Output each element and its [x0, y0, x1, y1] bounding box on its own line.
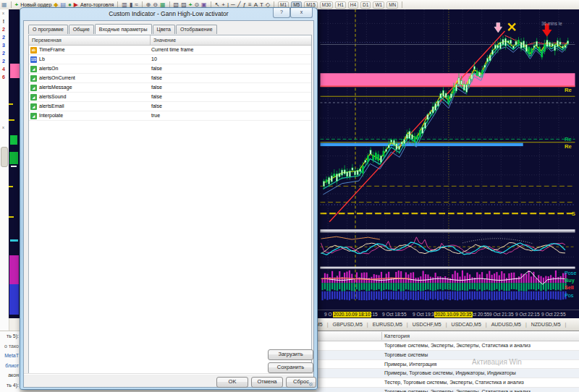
timeframe-button-w1[interactable]: W1 — [373, 1, 384, 9]
candle-body — [362, 166, 363, 173]
price-chart[interactable]: 36 mins leReReReSPoseBuySellPos — [316, 9, 579, 310]
resistance-band — [321, 73, 575, 86]
chart-area[interactable]: 36 mins leReReReSPoseBuySellPos — [316, 9, 579, 310]
hist-bar-green — [427, 283, 428, 289]
param-row[interactable]: ◢alertsOnfalse — [29, 64, 311, 74]
category-row[interactable]: Торговые системы — [316, 351, 579, 360]
hist-bar-green — [402, 283, 404, 291]
column-variable[interactable]: Переменная — [29, 35, 151, 45]
candle-body — [567, 41, 569, 44]
chart-tab-audusd[interactable]: AUDUSD,M5 — [490, 322, 523, 327]
terminal-text-fragments: ть 5):о такоMetaTблиотаконть 4): — [0, 331, 20, 392]
hist-bar-blue — [531, 291, 532, 300]
hist-bar-blue — [432, 291, 434, 300]
charts-icon[interactable]: ▦ — [1, 1, 7, 9]
param-row[interactable]: ◢alertsOnCurrentfalse — [29, 74, 311, 83]
chart-tab-nzdusd[interactable]: NZDUSD,M5 — [530, 322, 562, 327]
chart-tab-gbpusd[interactable]: GBPUSD,M5 — [331, 322, 364, 327]
chart-tab-usdcad[interactable]: USDCAD,M5 — [450, 322, 483, 327]
hist-bar-blue — [329, 291, 331, 299]
dialog-tab-о-программе[interactable]: О программе — [28, 25, 68, 34]
candle-body — [448, 96, 449, 103]
category-row[interactable]: Торговые системы, Эксперты, Эксперты, Ст… — [316, 388, 579, 392]
save-button[interactable]: Сохранить — [268, 362, 313, 373]
pane-label: Pos — [565, 292, 574, 299]
resize-grip[interactable] — [309, 383, 313, 386]
tab-separator: | — [486, 322, 487, 327]
scrollbar-thumb[interactable] — [1, 147, 8, 167]
param-value[interactable]: true — [148, 111, 311, 120]
candle-body — [357, 170, 358, 174]
timeframe-button-mn[interactable]: MN — [386, 1, 398, 9]
dialog-tab-цвета[interactable]: Цвета — [153, 25, 176, 34]
chart-tab-eurusd[interactable]: EURUSD,M5 — [371, 322, 404, 327]
ok-button[interactable]: OK — [216, 377, 248, 388]
param-value[interactable]: Current time frame — [148, 46, 311, 54]
dialog-tab-отображение[interactable]: Отображение — [176, 25, 217, 34]
param-row[interactable]: ◢alertsMessagefalse — [29, 83, 311, 93]
dialog-tab-общие[interactable]: Общие — [69, 25, 94, 34]
hist-bar-green — [494, 283, 495, 290]
hist-bar-green — [550, 283, 551, 290]
column-value[interactable]: Значение — [151, 35, 311, 45]
hist-bar-magenta — [501, 271, 502, 283]
hist-bar-blue — [459, 291, 460, 299]
param-value[interactable]: false — [148, 102, 311, 111]
chart-tab-usdchf[interactable]: USDCHF,M5 — [411, 322, 443, 327]
param-row[interactable]: 123Lb10 — [29, 55, 311, 64]
panel-close-icon[interactable]: x — [2, 11, 4, 15]
help-button[interactable]: ? — [273, 8, 290, 18]
param-row[interactable]: ◢alertsEmailfalse — [29, 102, 311, 111]
candle-body — [419, 130, 420, 137]
hist-bar-magenta — [444, 276, 446, 283]
hist-bar-green — [386, 283, 387, 289]
hist-bar-green — [425, 283, 426, 290]
hist-bar-blue — [423, 291, 424, 299]
new-order-plus-icon[interactable]: + — [15, 1, 19, 9]
timeframe-button-h4[interactable]: H4 — [348, 1, 358, 9]
timeframe-button-h1[interactable]: H1 — [335, 1, 345, 9]
hist-bar-blue — [481, 291, 483, 300]
candle-body — [486, 59, 488, 62]
hist-bar-green — [449, 283, 451, 289]
category-row[interactable]: Примеры, Торговые системы, Индикаторы, И… — [316, 369, 579, 378]
close-icon[interactable]: x — [290, 8, 313, 18]
category-row[interactable]: Тестер, Торговые системы, Эксперты, Стат… — [316, 378, 579, 388]
hist-bar-blue — [550, 291, 551, 299]
tick — [9, 119, 14, 121]
cancel-button[interactable]: Отмена — [251, 377, 283, 388]
hist-bar-green — [415, 283, 416, 291]
hist-bar-blue — [361, 291, 363, 300]
candle-body — [411, 135, 413, 139]
background-chart-strip — [9, 9, 20, 318]
timeframe-button-d1[interactable]: D1 — [360, 1, 371, 9]
load-button[interactable]: Загрузить — [268, 349, 313, 360]
category-header[interactable]: Категория — [316, 331, 579, 341]
candle-body — [520, 42, 522, 48]
dialog-tab-входные-параметры[interactable]: Входные параметры — [95, 24, 152, 34]
hist-bar-blue — [398, 291, 400, 300]
time-axis-label: 9 Oct 19:35 — [413, 312, 437, 318]
hist-bar-magenta — [331, 271, 333, 283]
timeframe-button-m30[interactable]: M30 — [320, 1, 334, 9]
hist-bar-blue — [467, 291, 468, 300]
panel-close-icon-2[interactable]: x — [2, 125, 4, 129]
tick — [9, 103, 13, 105]
hist-bar-green — [528, 283, 530, 289]
autotrading-label[interactable]: Авто-торговля — [80, 2, 114, 7]
param-value[interactable]: false — [148, 74, 311, 82]
new-order-label[interactable]: Новый ордер — [20, 2, 51, 7]
param-row[interactable]: abTimeFrameCurrent time frame — [29, 46, 311, 55]
param-value[interactable]: false — [148, 83, 311, 92]
param-value[interactable]: 10 — [148, 55, 311, 64]
column-divider[interactable] — [381, 332, 382, 340]
time-axis-label: 9 Oct 22:55 — [541, 312, 566, 318]
param-value[interactable]: false — [148, 93, 311, 101]
category-row[interactable]: Торговые системы, Эксперты, Эксперты, Ст… — [316, 341, 579, 351]
param-row[interactable]: ◢Interpolatetrue — [29, 111, 311, 121]
param-row[interactable]: ◢alertsSoundfalse — [29, 93, 311, 102]
hist-bar-green — [342, 283, 343, 291]
param-value[interactable]: false — [148, 64, 311, 73]
category-row[interactable]: Примеры, Интеграция — [316, 360, 579, 370]
hist-bar-green — [506, 283, 507, 291]
